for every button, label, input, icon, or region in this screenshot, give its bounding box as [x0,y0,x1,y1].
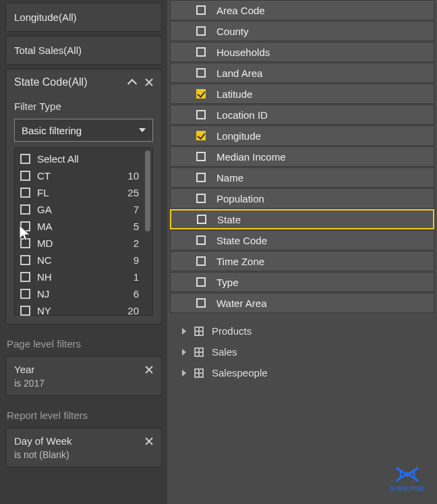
filter-type-label: Filter Type [14,101,153,112]
field-row[interactable]: Latitude [170,84,434,104]
field-label: Population [216,193,264,204]
checkbox[interactable] [20,306,30,316]
item-label: MA [37,221,53,232]
checkbox[interactable] [196,235,206,245]
scrollbar-thumb[interactable] [145,150,150,231]
list-item[interactable]: NY20 [15,302,152,319]
field-row[interactable]: Name [170,167,434,188]
field-row[interactable]: County [170,21,434,41]
item-count: 7 [134,204,146,215]
filter-condition: is 2017 [14,378,153,389]
dna-icon [394,465,421,484]
list-item[interactable]: MD2 [15,235,152,252]
list-item[interactable]: NJ6 [15,285,152,302]
field-label: Land Area [216,67,262,79]
field-row[interactable]: Time Zone [170,251,434,271]
checkbox[interactable] [196,26,206,36]
list-item[interactable]: GA7 [15,201,152,218]
field-label: County [216,26,249,37]
list-item-select-all[interactable]: Select All [15,150,152,167]
field-label: Time Zone [216,256,264,267]
table-item[interactable]: Products [182,325,434,337]
field-row[interactable]: Location ID [170,105,434,125]
table-label: Sales [212,346,237,358]
item-label: NJ [37,288,49,300]
checkbox[interactable] [196,89,206,99]
checkbox[interactable] [20,188,30,198]
list-item[interactable]: MA5 [15,218,152,235]
filter-type-dropdown[interactable]: Basic filtering [14,119,153,142]
checkbox[interactable] [20,154,30,164]
field-row[interactable]: Land Area [170,63,434,83]
field-row[interactable]: Longitude [170,125,434,146]
field-row[interactable]: Type [170,272,434,292]
item-label: NY [37,305,51,316]
checkbox[interactable] [196,152,206,161]
item-count: 1 [134,271,146,283]
item-count: 25 [127,187,146,198]
table-icon [194,368,204,378]
field-row[interactable]: Water Area [170,293,434,313]
expand-icon[interactable] [182,328,186,335]
field-row[interactable]: Households [170,42,434,62]
field-label: Latitude [216,88,252,100]
filter-card-total-sales[interactable]: Total Sales(All) [5,36,162,65]
field-label: State [217,214,241,225]
checkbox[interactable] [196,194,206,203]
page-level-filter-card[interactable]: Year is 2017 [5,356,162,396]
item-count: 2 [134,237,146,249]
clear-filter-icon[interactable] [145,78,153,86]
checkbox[interactable] [196,298,206,308]
expand-icon[interactable] [182,349,186,356]
item-count: 20 [127,305,146,316]
checkbox[interactable] [196,256,206,266]
checkbox[interactable] [20,221,30,231]
checkbox[interactable] [196,131,206,140]
report-level-filter-card[interactable]: Day of Week is not (Blank) [5,428,162,468]
field-label: Households [216,47,270,58]
dropdown-value: Basic filtering [22,125,82,136]
page-level-filters-title: Page level filters [7,338,161,349]
checkbox[interactable] [196,110,206,119]
expand-icon[interactable] [182,370,186,376]
checkbox[interactable] [20,204,30,215]
filter-title: Longitude(All) [14,11,77,23]
list-item[interactable]: NC9 [15,252,152,269]
field-row[interactable]: State [170,209,434,229]
field-row[interactable]: Median Income [170,146,434,167]
clear-filter-icon[interactable] [145,437,153,445]
checkbox[interactable] [196,47,206,57]
checkbox[interactable] [20,289,30,299]
checkbox[interactable] [196,5,206,15]
list-item[interactable]: CT10 [15,167,152,184]
field-row[interactable]: State Code [170,230,434,250]
filter-name: Day of Week [14,435,72,447]
checkbox[interactable] [20,255,30,265]
checkbox[interactable] [196,277,206,287]
table-item[interactable]: Sales [182,346,434,358]
checkbox[interactable] [196,68,206,78]
item-count: 5 [134,221,146,232]
subscribe-watermark: SUBSCRIBE [390,465,425,492]
field-row[interactable]: Population [170,188,434,208]
item-label: NC [37,254,52,266]
clear-filter-icon[interactable] [145,366,153,374]
checkbox[interactable] [20,171,30,181]
checkbox[interactable] [197,215,206,224]
list-item[interactable]: FL25 [15,184,152,201]
field-label: Type [216,277,239,288]
report-level-filters-title: Report level filters [7,410,161,421]
filter-card-longitude[interactable]: Longitude(All) [5,3,162,32]
item-count: 6 [134,288,146,300]
collapse-icon[interactable] [127,78,137,87]
checkbox[interactable] [20,238,30,248]
table-item[interactable]: Salespeople [182,367,434,379]
list-item[interactable]: NH1 [15,269,152,285]
table-list: ProductsSalesSalespeople [170,325,434,379]
fields-pane: Area CodeCountyHouseholdsLand AreaLatitu… [167,0,437,504]
checkbox[interactable] [20,272,30,282]
field-row[interactable]: Area Code [170,0,434,20]
field-label: Water Area [216,298,266,309]
checkbox[interactable] [196,173,206,182]
filter-name: Year [14,364,34,375]
